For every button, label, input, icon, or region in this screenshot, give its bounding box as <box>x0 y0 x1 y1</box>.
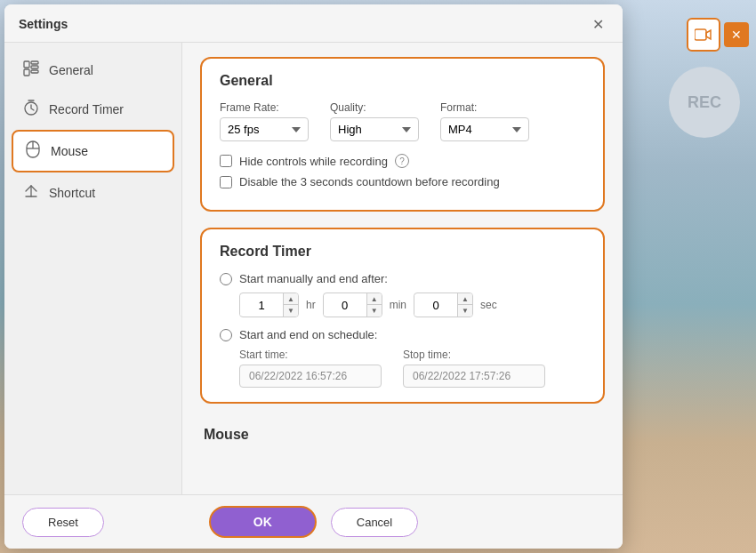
disable-countdown-row: Disable the 3 seconds countdown before r… <box>220 175 585 188</box>
general-section-title: General <box>220 73 585 89</box>
help-icon[interactable]: ? <box>395 154 409 168</box>
sec-input[interactable] <box>414 295 457 316</box>
sec-down-arrow[interactable]: ▼ <box>458 305 472 317</box>
start-time-label: Start time: <box>239 349 382 361</box>
quality-select[interactable]: Low Medium High Ultra <box>330 117 419 141</box>
sidebar-item-mouse[interactable]: Mouse <box>12 130 174 172</box>
min-label: min <box>390 299 406 311</box>
dialog-close-button[interactable]: ✕ <box>587 13 608 35</box>
sidebar-item-general[interactable]: General <box>12 52 174 89</box>
general-section: General Frame Rate: 25 fps 30 fps 60 fps… <box>200 57 605 212</box>
min-input[interactable] <box>324 295 366 316</box>
sidebar-label-shortcut: Shortcut <box>49 186 95 200</box>
format-label: Format: <box>440 101 529 114</box>
reset-button[interactable]: Reset <box>22 508 104 537</box>
sidebar-label-general: General <box>49 63 93 77</box>
sidebar-label-record-timer: Record Timer <box>49 102 124 116</box>
svg-rect-3 <box>31 61 38 64</box>
svg-rect-4 <box>31 66 38 68</box>
hr-down-arrow[interactable]: ▼ <box>284 305 298 317</box>
svg-rect-1 <box>24 61 29 68</box>
svg-rect-5 <box>31 70 38 73</box>
start-time-input[interactable] <box>239 365 382 388</box>
dialog-body: General Record Timer <box>4 43 623 494</box>
dialog-title: Settings <box>19 17 68 31</box>
min-down-arrow[interactable]: ▼ <box>367 305 382 317</box>
start-manually-radio[interactable] <box>220 273 232 285</box>
format-select[interactable]: MP4 AVI MOV GIF <box>440 117 529 141</box>
hide-controls-label: Hide controls while recording <box>239 155 388 168</box>
min-arrows: ▲ ▼ <box>366 293 382 317</box>
start-manually-row: Start manually and end after: <box>220 272 585 285</box>
cancel-button[interactable]: Cancel <box>331 508 418 537</box>
hr-arrows: ▲ ▼ <box>283 293 298 317</box>
disable-countdown-checkbox[interactable] <box>220 176 232 188</box>
svg-rect-2 <box>24 69 29 76</box>
sidebar-item-record-timer[interactable]: Record Timer <box>12 91 174 128</box>
hr-label: hr <box>306 299 316 311</box>
start-time-group: Start time: <box>239 349 382 388</box>
svg-rect-0 <box>695 29 706 40</box>
rec-controls: ✕ <box>687 18 749 52</box>
hr-input[interactable] <box>240 295 283 316</box>
stop-time-label: Stop time: <box>403 349 545 361</box>
rec-cam-button[interactable] <box>687 18 720 52</box>
schedule-label: Start and end on schedule: <box>239 328 377 341</box>
rec-circle: REC <box>669 67 740 138</box>
ok-button[interactable]: OK <box>209 506 317 538</box>
min-up-arrow[interactable]: ▲ <box>367 293 382 305</box>
shortcut-icon <box>22 183 40 203</box>
record-timer-icon <box>22 100 40 119</box>
sec-arrows: ▲ ▼ <box>457 293 472 317</box>
sec-up-arrow[interactable]: ▲ <box>458 293 472 305</box>
settings-dialog: Settings ✕ General <box>4 4 623 549</box>
mouse-section-partial: Mouse <box>200 420 605 443</box>
record-timer-section: Record Timer Start manually and end afte… <box>200 228 605 404</box>
sidebar-item-shortcut[interactable]: Shortcut <box>12 174 174 212</box>
timer-inputs: ▲ ▼ hr ▲ ▼ min <box>239 293 585 317</box>
field-row-dropdowns: Frame Rate: 25 fps 30 fps 60 fps Quality… <box>220 101 585 141</box>
hr-up-arrow[interactable]: ▲ <box>284 293 298 305</box>
main-content: General Frame Rate: 25 fps 30 fps 60 fps… <box>182 43 623 494</box>
title-bar: Settings ✕ <box>4 4 623 43</box>
general-icon <box>22 60 40 80</box>
hr-spinner: ▲ ▼ <box>239 293 299 317</box>
frame-rate-label: Frame Rate: <box>220 101 309 114</box>
quality-group: Quality: Low Medium High Ultra <box>330 101 419 141</box>
dialog-footer: Reset OK Cancel <box>4 494 623 549</box>
stop-time-group: Stop time: <box>403 349 545 388</box>
sec-spinner: ▲ ▼ <box>414 293 473 317</box>
hide-controls-checkbox[interactable] <box>220 155 232 167</box>
quality-label: Quality: <box>330 101 419 114</box>
min-spinner: ▲ ▼ <box>323 293 382 317</box>
schedule-row: Start and end on schedule: <box>220 328 585 341</box>
frame-rate-group: Frame Rate: 25 fps 30 fps 60 fps <box>220 101 309 141</box>
schedule-time-row: Start time: Stop time: <box>239 349 585 388</box>
schedule-radio[interactable] <box>220 329 232 341</box>
record-timer-section-title: Record Timer <box>220 244 585 260</box>
frame-rate-select[interactable]: 25 fps 30 fps 60 fps <box>220 117 309 141</box>
sec-label: sec <box>480 299 497 311</box>
rec-close-button[interactable]: ✕ <box>724 22 749 47</box>
sidebar-label-mouse: Mouse <box>51 144 88 158</box>
stop-time-input[interactable] <box>403 365 545 388</box>
sidebar: General Record Timer <box>4 43 182 494</box>
start-manually-label: Start manually and end after: <box>239 272 388 285</box>
mouse-icon <box>24 140 42 162</box>
format-group: Format: MP4 AVI MOV GIF <box>440 101 529 141</box>
hide-controls-row: Hide controls while recording ? <box>220 154 585 168</box>
mouse-section-title: Mouse <box>204 427 249 442</box>
disable-countdown-label: Disable the 3 seconds countdown before r… <box>239 175 500 188</box>
